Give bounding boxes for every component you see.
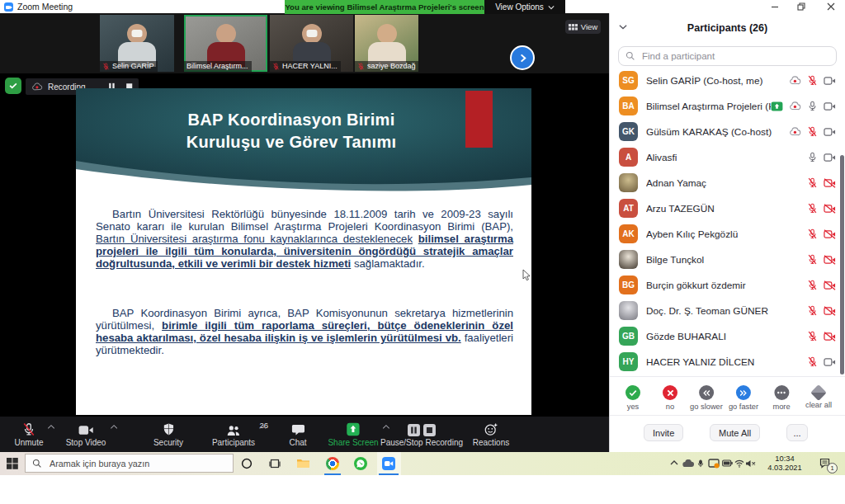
tray-chevron-up-icon[interactable] [670, 459, 678, 466]
slide-paragraph-1: Bartın Üniversitesi Rektörlüğü bünyesind… [96, 209, 513, 271]
taskbar-clock[interactable]: 10:34 4.03.2021 [759, 455, 810, 473]
chrome-icon[interactable] [326, 457, 339, 470]
mic-icon [807, 152, 818, 163]
pause-stop-recording-button[interactable]: Pause/Stop Recording [380, 421, 463, 447]
meeting-security-shield-icon[interactable] [5, 78, 21, 94]
chevron-up-icon[interactable] [110, 424, 117, 430]
camera-on-icon [824, 101, 836, 111]
video-camera-icon [78, 424, 94, 436]
participants-list: SGSelin GARİP (Co-host, me) BABilimsel A… [610, 68, 845, 374]
participant-row[interactable]: BGBurçin gökkurt özdemir [610, 272, 845, 298]
next-videos-button[interactable] [510, 45, 535, 70]
onedrive-cloud-icon[interactable] [682, 459, 694, 468]
participant-row[interactable]: BABilimsel Araştırma Projeleri (Host) [610, 93, 845, 119]
chrome-active-underline [324, 473, 341, 475]
wifi-icon[interactable] [734, 459, 744, 468]
clear-all-feedback-button[interactable]: clear all [805, 385, 832, 409]
yes-feedback-button[interactable]: yes [625, 385, 640, 411]
panel-scrollbar[interactable] [840, 155, 844, 374]
view-layout-button[interactable]: View [565, 20, 601, 34]
participant-head [377, 24, 397, 44]
mute-all-button[interactable]: Mute All [710, 424, 760, 441]
video-thumbnail[interactable]: HACER YALNI... [270, 15, 353, 72]
slide-accent-rectangle [465, 91, 493, 148]
chevron-up-icon[interactable] [48, 424, 55, 430]
participant-status-icons [807, 254, 836, 265]
avatar [619, 301, 638, 320]
participant-row[interactable]: AAlivasfi [610, 144, 845, 170]
participant-status-icons [807, 280, 836, 290]
close-icon[interactable] [824, 1, 838, 12]
minimize-button[interactable] [768, 1, 781, 12]
whatsapp-icon[interactable] [354, 457, 367, 470]
participant-row[interactable]: HYHACER YALNIZ DİLCEN [610, 349, 845, 374]
no-feedback-button[interactable]: no [663, 385, 677, 411]
participant-search-box[interactable] [618, 46, 837, 66]
search-input[interactable] [640, 50, 829, 62]
mic-muted-icon [807, 280, 818, 290]
panel-more-button[interactable]: ... [786, 424, 808, 441]
zoom-app-icon [4, 2, 13, 12]
video-name-label: saziye Bozdağ [355, 61, 418, 72]
participant-name: Bilimsel Araştırma Projeleri (Host) [646, 101, 771, 112]
participant-row[interactable]: Adnan Yamaç [610, 170, 845, 195]
go-slower-feedback-button[interactable]: go slower [690, 385, 723, 411]
notification-center-icon[interactable]: 1 [819, 458, 830, 469]
video-thumbnail[interactable]: Bilimsel Araştırm... [184, 15, 267, 72]
stop-video-button[interactable]: Stop Video [66, 421, 106, 447]
participant-head [216, 24, 236, 44]
security-button[interactable]: Security [153, 421, 183, 447]
volume-muted-icon[interactable] [745, 459, 756, 468]
restore-button[interactable] [795, 1, 808, 12]
shared-screen-area: Recording... BAP Koordinasyon Birimi Kur… [0, 73, 609, 417]
participants-button[interactable]: 26 Participants [212, 421, 255, 447]
view-options-button[interactable]: View Options [484, 0, 565, 14]
unmute-button[interactable]: Unmute [14, 421, 43, 447]
participant-row[interactable]: ATArzu TAZEGÜN [610, 195, 845, 221]
reactions-button[interactable]: Reactions [473, 421, 509, 447]
taskbar-search-box[interactable] [25, 454, 234, 473]
participant-row[interactable]: AKAyben Kılıç Pekgözlü [610, 221, 845, 247]
video-thumbnail-strip: Selin GARİPBilimsel Araştırm... HACER YA… [0, 13, 609, 73]
video-thumbnail[interactable]: Selin GARİP [100, 15, 174, 72]
participant-status-icons [807, 356, 836, 367]
participant-row[interactable]: GBGözde BUHARALI [610, 323, 845, 349]
participant-row[interactable]: Doç. Dr. Ş. Teoman GÜNER [610, 298, 845, 323]
slide-title: BAP Koordinasyon Birimi Kuruluşu ve Göre… [76, 109, 531, 153]
cloud-recording-icon [789, 126, 801, 137]
avatar: SG [619, 71, 638, 90]
more-feedback-button[interactable]: more [772, 385, 790, 411]
video-name-label: HACER YALNI... [270, 61, 341, 72]
window-title: Zoom Meeting [17, 0, 73, 13]
participant-row[interactable]: SGSelin GARİP (Co-host, me) [610, 68, 845, 93]
video-name-label: Bilimsel Araştırm... [184, 61, 252, 72]
camera-off-icon [824, 255, 836, 265]
cortana-icon[interactable] [241, 458, 253, 469]
search-icon [32, 459, 42, 469]
zoom-taskbar-icon[interactable] [382, 457, 395, 470]
participant-status-icons [807, 177, 836, 188]
battery-icon[interactable] [722, 459, 733, 467]
camera-off-icon [824, 306, 836, 316]
participant-row[interactable]: Bilge Tunçkol [610, 247, 845, 272]
invite-button[interactable]: Invite [644, 424, 683, 441]
share-screen-button[interactable]: Share Screen [328, 421, 378, 447]
chat-button[interactable]: Chat [289, 421, 306, 447]
go-faster-feedback-button[interactable]: go faster [729, 385, 758, 411]
tray-microphone-icon[interactable] [696, 459, 705, 469]
avatar: GB [619, 327, 638, 346]
search-icon [625, 51, 635, 61]
screen-record-tray-icon[interactable] [708, 459, 720, 469]
no-icon [663, 385, 677, 400]
camera-off-icon [824, 229, 836, 239]
mic-muted-icon [807, 228, 818, 239]
mic-muted-icon [21, 422, 35, 436]
start-button[interactable] [7, 458, 18, 469]
participant-row[interactable]: GKGülsüm KARAKAŞ (Co-host) [610, 119, 845, 144]
slide-paragraph-2: BAP Koordinasyon Birimi ayrıca, BAP Komi… [96, 308, 513, 357]
task-view-icon[interactable] [269, 458, 281, 469]
video-thumbnail[interactable]: saziye Bozdağ [355, 15, 418, 72]
file-explorer-icon[interactable] [296, 457, 310, 469]
chevron-up-icon[interactable] [259, 424, 267, 430]
taskbar-search-input[interactable] [48, 458, 226, 469]
